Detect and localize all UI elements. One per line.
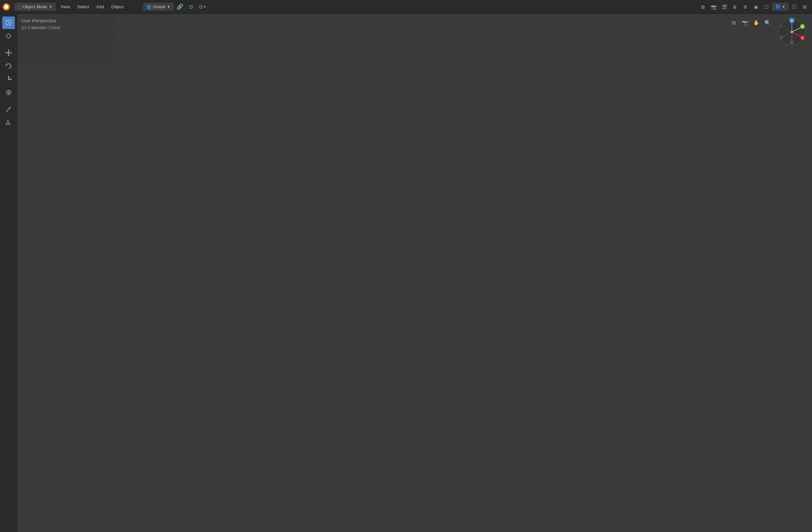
svg-rect-21 [8,76,9,77]
viewport-camera-icon[interactable]: 📷 [740,18,750,28]
menu-object[interactable]: Object [108,3,127,11]
svg-rect-20 [10,78,12,80]
overlay-icon[interactable]: ◉ [751,2,760,12]
left-toolbar [0,14,17,532]
svg-text:Y: Y [801,26,803,28]
xray-icon[interactable]: ☐ [762,2,771,12]
workspace-icon[interactable]: ⊞ [800,2,809,12]
tool-transform[interactable] [2,86,15,99]
svg-rect-33 [17,14,116,63]
tool-measure[interactable] [2,116,15,129]
svg-point-130 [790,41,794,45]
viewport-3d[interactable]: User Perspective (1) Collection | Cone ⊞… [17,14,812,532]
mode-selector[interactable]: ⬚ Object Mode ▼ [15,3,56,11]
top-bar-right: ⊞ 📷 🎬 🖥 ⚙ ◉ ☐ 🔵 ▼ ⓘ ⊞ [698,2,809,12]
info-icon[interactable]: ⓘ [789,2,799,12]
svg-line-26 [6,108,10,111]
viewport-display-icon[interactable]: 🖥 [730,2,739,12]
top-bar-left: ⬚ Object Mode ▼ View Select Add Object [0,2,127,12]
svg-text:Z: Z [791,19,793,23]
svg-point-5 [8,23,9,24]
svg-marker-27 [9,107,11,108]
top-menu-bar: ⬚ Object Mode ▼ View Select Add Object 🌐… [0,0,812,14]
svg-text:X: X [801,36,803,40]
viewport-overlay-icons: ⊞ 📷 ✋ 🔍 [729,18,772,28]
svg-marker-13 [8,49,10,51]
toolbar-separator-2 [4,101,14,101]
toolbar-separator-1 [4,44,14,45]
svg-point-140 [780,36,783,39]
svg-marker-15 [5,52,6,54]
tool-move[interactable] [2,46,15,59]
blender-logo[interactable] [1,2,11,12]
tool-rotate[interactable] [2,60,15,72]
snap-button[interactable]: 🔗 [175,2,185,12]
svg-marker-14 [8,55,10,56]
menu-select[interactable]: Select [74,3,92,11]
svg-point-141 [791,31,793,33]
tool-annotate[interactable] [2,103,15,116]
settings-icon[interactable]: ⚙ [741,2,750,12]
viewport-zoom-icon[interactable]: 🔍 [763,18,772,28]
top-bar-center: 🌐 Global ▼ 🔗 ⊙ ⊙▼ [133,2,207,12]
shading-selector[interactable]: 🔵 ▼ [772,3,788,11]
viewport-hand-icon[interactable]: ✋ [751,18,761,28]
render-animation-icon[interactable]: 🎬 [720,2,729,12]
svg-marker-29 [6,120,10,124]
svg-point-135 [780,25,783,28]
svg-point-22 [8,78,9,80]
svg-point-6 [6,34,11,38]
viewport-orthographic-icon[interactable]: ⊞ [729,18,739,28]
svg-marker-16 [11,52,12,54]
editor-type-icon[interactable]: ⊞ [698,2,708,12]
tool-cursor[interactable] [2,30,15,42]
tool-select-box[interactable] [2,16,15,29]
svg-marker-17 [5,65,7,66]
render-icon[interactable]: 📷 [709,2,718,12]
proportional-type-button[interactable]: ⊙▼ [198,2,207,12]
svg-point-2 [5,4,7,6]
proportional-edit-button[interactable]: ⊙ [187,2,196,12]
menu-add[interactable]: Add [93,3,107,11]
grid-background [17,14,116,63]
tool-scale[interactable] [2,73,15,86]
transform-space-selector[interactable]: 🌐 Global ▼ [143,3,173,11]
navigation-gizmo[interactable]: Z X Y [777,17,807,47]
menu-view[interactable]: View [57,3,73,11]
